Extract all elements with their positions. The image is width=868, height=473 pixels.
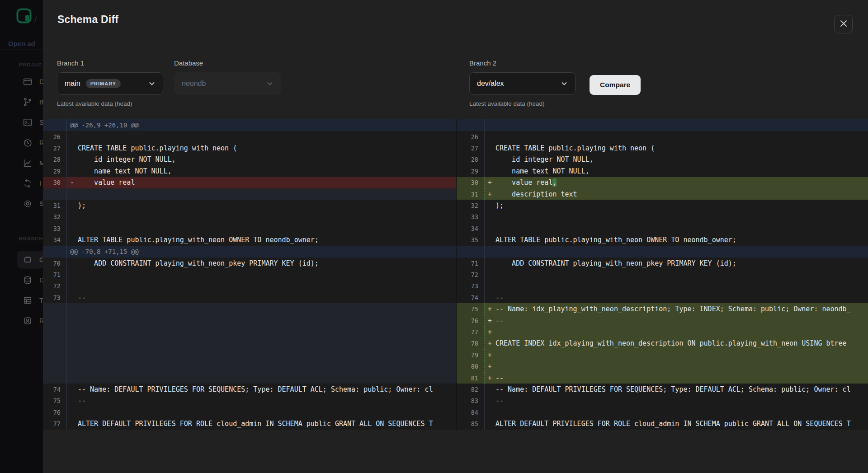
diff-line: 34: [457, 223, 868, 234]
diff-spacer-row: [43, 361, 456, 372]
diff-line: 77ALTER DEFAULT PRIVILEGES FOR ROLE clou…: [43, 418, 456, 429]
modal-header: Schema Diff: [43, 0, 868, 48]
line-number: 77: [43, 418, 67, 429]
code-text: -- Name: DEFAULT PRIVILEGES FOR SEQUENCE…: [495, 385, 851, 393]
branch1-label: Branch 1: [57, 59, 163, 67]
line-number: 85: [457, 418, 485, 429]
line-number: 81: [457, 372, 485, 384]
code-text: id integer NOT NULL,: [78, 155, 176, 164]
primary-badge: PRIMARY: [86, 79, 121, 88]
code-text: value real,: [495, 178, 557, 187]
diff-line: 32: [43, 211, 456, 223]
line-number: [43, 361, 67, 372]
line-number: 35: [457, 234, 485, 246]
diff-hunk-row: [457, 119, 868, 131]
database-value: neondb: [182, 80, 206, 88]
line-number: 75: [457, 303, 485, 314]
line-number: 29: [43, 165, 67, 177]
close-button[interactable]: [834, 15, 853, 33]
line-number: 74: [43, 384, 67, 395]
branch1-select[interactable]: main PRIMARY: [57, 72, 163, 95]
line-number: 76: [43, 407, 67, 418]
diff-spacer-row: [43, 338, 456, 349]
diff-line: 74-- Name: DEFAULT PRIVILEGES FOR SEQUEN…: [43, 384, 456, 395]
database-group: Database neondb: [174, 59, 281, 95]
diff-line: 82-- Name: DEFAULT PRIVILEGES FOR SEQUEN…: [457, 384, 868, 395]
diff-sign: +: [488, 362, 495, 370]
line-number: 80: [457, 361, 485, 372]
diff-line: 80+: [457, 361, 868, 372]
diff-line: 35ALTER TABLE public.playing_with_neon O…: [457, 234, 868, 246]
line-number: 73: [457, 281, 485, 292]
compare-button[interactable]: Compare: [590, 75, 641, 95]
branch1-hint: Latest available data (head): [57, 100, 163, 107]
diff-line: 31);: [43, 200, 456, 211]
line-number: 72: [457, 269, 485, 280]
diff-line: 75+-- Name: idx_playing_with_neon_descri…: [457, 303, 868, 314]
code-text: --: [495, 374, 504, 382]
line-number: 76: [457, 315, 485, 326]
line-number: [43, 372, 67, 384]
line-number: 83: [457, 395, 485, 407]
diff-line: 30+ value real,: [457, 177, 868, 188]
line-number: 77: [457, 326, 485, 337]
page-title: Schema Diff: [57, 14, 118, 26]
diff-line: 84: [457, 407, 868, 418]
code-text: CREATE INDEX idx_playing_with_neon_descr…: [495, 339, 847, 347]
line-number: 84: [457, 407, 485, 418]
line-number: 32: [457, 200, 485, 211]
chevron-down-icon: [148, 80, 156, 87]
diff-hunk-row: @@ -26,9 +26,10 @@: [43, 119, 456, 131]
diff-sign: +: [488, 178, 495, 187]
line-number: 26: [43, 131, 67, 142]
diff-spacer-row: [43, 315, 456, 326]
line-number: 74: [457, 292, 485, 303]
diff-spacer-row: [43, 303, 456, 314]
line-number: [43, 303, 67, 314]
line-number: 32: [43, 211, 67, 223]
diff-spacer-row: [43, 349, 456, 361]
line-number: 71: [457, 258, 485, 269]
diff-line: 33: [457, 211, 868, 223]
line-number: [457, 246, 485, 258]
branch2-select[interactable]: dev/alex: [469, 72, 576, 95]
line-number: 71: [43, 269, 67, 280]
code-text: id integer NOT NULL,: [495, 155, 594, 164]
modal-backdrop[interactable]: [0, 0, 43, 473]
code-text: name text NOT NULL,: [78, 167, 172, 175]
hunk-header-text: @@ -26,9 +26,10 @@: [70, 122, 139, 129]
diff-sign: +: [488, 190, 495, 198]
code-text: );: [495, 201, 504, 210]
database-label: Database: [174, 59, 281, 67]
line-number: 75: [43, 395, 67, 407]
diff-sign: +: [488, 328, 495, 336]
diff-line: 29 name text NOT NULL,: [43, 165, 456, 177]
chevron-down-icon: [561, 80, 568, 87]
diff-hunk-row: [457, 246, 868, 258]
diff-pane-right: 2627CREATE TABLE public.playing_with_neo…: [456, 119, 868, 430]
diff-line: 76: [43, 407, 456, 418]
line-number: [43, 326, 67, 337]
diff-line: 34ALTER TABLE public.playing_with_neon O…: [43, 234, 456, 246]
line-number: [43, 349, 67, 361]
schema-diff-modal: Schema Diff Branch 1 main PRIMARY Latest…: [43, 0, 868, 473]
diff-line: 77+: [457, 326, 868, 337]
code-text: -- Name: DEFAULT PRIVILEGES FOR SEQUENCE…: [78, 385, 433, 393]
diff-line: 74--: [457, 292, 868, 303]
line-number: 28: [43, 154, 67, 165]
diff-spacer-row: [43, 326, 456, 337]
line-number: 33: [457, 211, 485, 223]
diff-sign: -: [70, 178, 78, 187]
line-number: 30: [457, 177, 485, 188]
diff-line: 27CREATE TABLE public.playing_with_neon …: [457, 142, 868, 154]
diff-line: 78+CREATE INDEX idx_playing_with_neon_de…: [457, 338, 868, 349]
code-text: --: [78, 294, 86, 302]
line-number: 72: [43, 281, 67, 292]
line-number: 28: [457, 154, 485, 165]
diff-line: 81+--: [457, 372, 868, 384]
diff-line: 73: [457, 281, 868, 292]
code-text: CREATE TABLE public.playing_with_neon (: [78, 144, 237, 152]
diff-spacer-row: [43, 372, 456, 384]
diff-line: 31+ description text: [457, 188, 868, 200]
line-number: 33: [43, 223, 67, 234]
